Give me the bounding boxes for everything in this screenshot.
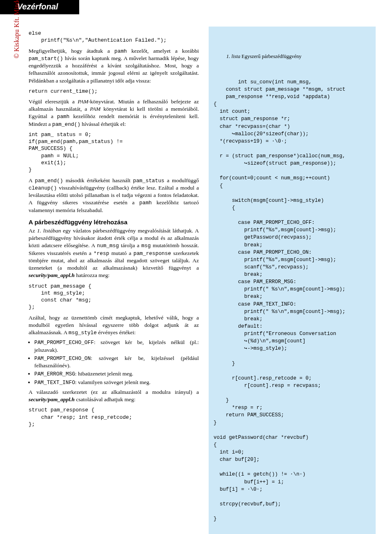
subheading: A párbeszédfüggvény létrehozása bbox=[29, 218, 199, 226]
inline-code: pamh bbox=[139, 200, 152, 206]
paragraph-4: Az 1. listában egy vázlatos párbeszédfüg… bbox=[29, 227, 199, 279]
text: második értékeként használt bbox=[63, 177, 133, 183]
inline-code: pam_response bbox=[134, 250, 171, 257]
inline-code: msg_style bbox=[69, 330, 97, 336]
inline-code: msg bbox=[141, 243, 151, 249]
paragraph-2: Végül eleresztjük a PAM-könyvtárat. Miut… bbox=[29, 98, 199, 128]
paragraph-1: Megfigyelhetjük, hogy átadtuk a pamh kez… bbox=[29, 47, 199, 85]
inline-code: pam_start() bbox=[29, 56, 63, 62]
list-item: PAM_PROMPT_ECHO_OFF: szöveget kér be, ki… bbox=[34, 339, 199, 353]
code-block-3: int pam_ status = 0; if(pam_end(pamh,pam… bbox=[29, 131, 199, 174]
emph: 1. listában bbox=[37, 228, 61, 234]
inline-code: PAM_TEXT_INFO bbox=[34, 380, 75, 386]
text: csatolásával adhatjuk meg: bbox=[75, 396, 136, 402]
column-right: 1. lista Egyszerű párbeszédfüggvény int … bbox=[209, 27, 376, 534]
text: A válaszadó szerkezetet (ez az alkalmazá… bbox=[29, 389, 199, 395]
code-listing-box: 1. lista Egyszerű párbeszédfüggvény int … bbox=[209, 27, 376, 534]
inline-code: pamh bbox=[57, 114, 70, 120]
inline-code: *resp bbox=[94, 250, 109, 257]
inline-code: PAM_PROMPT_ECHO_ON bbox=[34, 355, 91, 362]
inline-code: PAM_PROMPT_ECHO_OFF bbox=[34, 340, 94, 346]
paragraph-6: A válaszadó szerkezetet (ez az alkalmazá… bbox=[29, 389, 199, 403]
inline-code: cleanup() bbox=[29, 185, 57, 191]
text: határozza meg: bbox=[75, 272, 109, 278]
list-item: PAM_TEXT_INFO: valamilyen szöveget jelen… bbox=[34, 379, 199, 386]
listing-code: int su_conv(int num_msg, const struct pa… bbox=[214, 79, 345, 522]
inline-code: pam_status bbox=[133, 178, 165, 184]
inline-code: num_msg bbox=[97, 243, 119, 249]
emph: security/pam_appl.h bbox=[29, 396, 75, 402]
inline-code: PAM_ERROR_MSG bbox=[34, 371, 75, 377]
listing-title-text: Egyszerű párbeszédfüggvény bbox=[240, 54, 301, 59]
text: : hibaüzenetet jelenít meg. bbox=[75, 371, 133, 377]
text: tárolja a bbox=[119, 242, 141, 248]
emph: PAM bbox=[78, 98, 88, 105]
text: Végül eleresztjük a bbox=[29, 98, 78, 105]
text: hívással érhetjük el: bbox=[80, 121, 126, 127]
bullet-list: PAM_PROMPT_ECHO_OFF: szöveget kér be, ki… bbox=[29, 339, 199, 386]
text: Megfigyelhetjük, hogy átadtuk a bbox=[29, 48, 114, 54]
text: : valamilyen szöveget jelenít meg. bbox=[75, 379, 151, 385]
listing-number: 1. lista bbox=[226, 54, 240, 59]
list-item: PAM_ERROR_MSG: hibaüzenetet jelenít meg. bbox=[34, 370, 199, 378]
text: érvényes értékei: bbox=[97, 329, 136, 335]
code-block-1: else printf("%s\n","Authentication Faile… bbox=[29, 30, 199, 44]
inline-code: pamh bbox=[114, 48, 127, 54]
two-column-layout: else printf("%s\n","Authentication Faile… bbox=[29, 27, 376, 534]
code-block-2: return current_time(); bbox=[29, 88, 199, 95]
column-left: else printf("%s\n","Authentication Faile… bbox=[29, 27, 199, 534]
text: Az bbox=[29, 228, 37, 234]
copyright-sidebar: © Kiskapu Kft. Minden jog fenntartva bbox=[12, 0, 21, 61]
code-block-4: struct pam_message { int msg_style; cons… bbox=[29, 283, 199, 311]
page-body: © Kiskapu Kft. Minden jog fenntartva els… bbox=[0, 27, 392, 534]
inline-code: pam_end() bbox=[35, 178, 63, 184]
emph: security/pam_appl.h bbox=[29, 272, 75, 278]
emph: PAM bbox=[90, 106, 100, 112]
list-item: PAM_PROMPT_ECHO_ON: szöveget kér be, kij… bbox=[34, 355, 199, 369]
text: kezelőt, amelyet a korábbi bbox=[127, 48, 199, 54]
paragraph-3: A pam_end() második értékeként használt … bbox=[29, 177, 199, 214]
listing-caption: 1. lista Egyszerű párbeszédfüggvény bbox=[214, 45, 371, 67]
text: a modulfüggő bbox=[165, 177, 199, 183]
paragraph-5: Azáltal, hogy az üzenettömb címét megkap… bbox=[29, 314, 199, 337]
inline-code: pam_end() bbox=[52, 121, 80, 127]
text: A bbox=[29, 177, 35, 183]
code-block-5: struct pam_response { char *resp; int re… bbox=[29, 407, 199, 428]
text: mutató a bbox=[109, 250, 133, 256]
